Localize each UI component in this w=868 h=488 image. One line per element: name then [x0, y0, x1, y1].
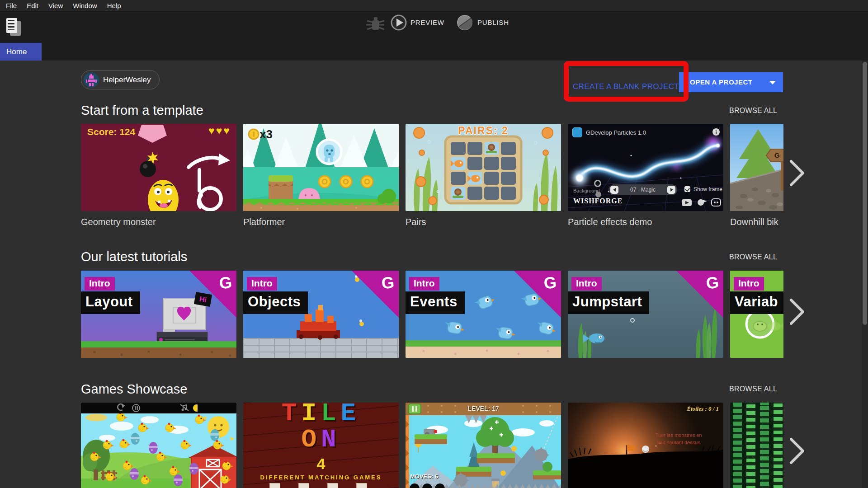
- menu-bar: File Edit View Window Help: [0, 0, 868, 12]
- template-card-platformer[interactable]: x3 Platformer: [243, 124, 399, 229]
- glyph-column: [774, 403, 783, 488]
- tutorial-title: Layout: [81, 291, 140, 314]
- tutorial-card-events[interactable]: G Intro Events: [406, 271, 561, 358]
- intro-badge: Intro: [571, 277, 602, 291]
- night-art: [568, 403, 723, 488]
- hint-line1: Tuer les monstres en: [645, 432, 712, 438]
- tutorial-title: Events: [406, 291, 465, 314]
- info-icon: [712, 128, 720, 136]
- intro-badge: Intro: [734, 277, 764, 291]
- mini-preview-tile: [356, 483, 367, 488]
- card-label: Particle effects demo: [568, 217, 723, 227]
- template-card-downhill[interactable]: G Downhill bik: [730, 124, 783, 229]
- sign-text: G: [774, 151, 780, 159]
- card-label: Pairs: [406, 217, 561, 227]
- card-label: Downhill bik: [730, 217, 783, 227]
- create-blank-project-button[interactable]: CREATE A BLANK PROJECT: [571, 78, 681, 96]
- mini-preview-tile: [269, 483, 280, 488]
- section-title-templates: Start from a template: [81, 103, 203, 118]
- chicken-art: [81, 403, 236, 488]
- downhill-art: [730, 124, 783, 211]
- gdevelop-logo-letter: G: [543, 273, 557, 293]
- avatar: [84, 72, 99, 88]
- hint-line2: leur sautant dessus: [645, 440, 712, 445]
- section-title-tutorials: Our latest tutorials: [81, 249, 187, 264]
- publish-button[interactable]: PUBLISH: [477, 19, 509, 26]
- menu-view[interactable]: View: [43, 0, 68, 12]
- moves-text: MOVES: 6: [410, 473, 438, 480]
- debug-bug-icon[interactable]: [364, 15, 384, 33]
- preview-play-icon[interactable]: [390, 14, 408, 32]
- carousel-next-showcase[interactable]: [787, 436, 807, 465]
- tile-title-word2: ON: [243, 425, 399, 454]
- tutorial-title: Variab: [730, 291, 783, 314]
- menu-file[interactable]: File: [1, 0, 22, 12]
- games-subtitle: DIFFERENT MATCHING GAMES: [243, 474, 399, 481]
- glyph-column: [760, 403, 769, 488]
- browse-all-templates[interactable]: BROWSE ALL: [729, 107, 788, 115]
- scrollbar-thumb[interactable]: [863, 62, 867, 325]
- showcase-card-tileon[interactable]: TILE ON 4 DIFFERENT MATCHING GAMES: [243, 403, 399, 488]
- showcase-card-chickens[interactable]: Score: 26050 x 23: [81, 403, 236, 488]
- preset-selector: 07 - Magic: [609, 184, 677, 195]
- open-project-button[interactable]: OPEN A PROJECT: [679, 72, 783, 92]
- tutorial-title: Jumpstart: [568, 291, 649, 314]
- showcase-card-matrix[interactable]: [730, 403, 783, 488]
- intro-badge: Intro: [247, 277, 277, 291]
- browse-all-tutorials[interactable]: BROWSE ALL: [729, 253, 788, 261]
- hearts-icons: ♥♥♥: [208, 125, 231, 137]
- app-header: File Edit View Window Help PREVIEW PUBLI…: [0, 0, 868, 61]
- browse-all-showcase[interactable]: BROWSE ALL: [729, 385, 788, 393]
- user-profile-chip[interactable]: HelperWesley: [81, 70, 160, 89]
- mini-preview-tile: [327, 483, 338, 488]
- carousel-next-tutorials[interactable]: [787, 297, 807, 326]
- checkbox-icon: [684, 186, 690, 192]
- preset-name: 07 - Magic: [620, 187, 665, 193]
- level-text: LEVEL: 17: [406, 405, 561, 412]
- showcase-card-night[interactable]: Étoiles : 0 / 1 Tuer les monstres en leu…: [568, 403, 723, 488]
- radio-ring-icon: [594, 180, 601, 187]
- templates-carousel: Score: 124 ♥♥♥ Geometry monster: [81, 124, 783, 229]
- tutorial-card-variables[interactable]: +1 G Intro Variab: [730, 271, 783, 358]
- carousel-next-templates[interactable]: [787, 159, 807, 188]
- preview-button[interactable]: PREVIEW: [410, 19, 444, 26]
- tutorials-carousel: Hi G Intro Layout: [81, 271, 783, 358]
- tab-home[interactable]: Home: [0, 43, 42, 61]
- menu-window[interactable]: Window: [68, 0, 102, 12]
- chevron-down-icon[interactable]: [769, 81, 776, 84]
- topbar-icons: [116, 404, 198, 413]
- stars-counter-text: Étoiles : 0 / 1: [687, 405, 719, 413]
- template-card-geometry-monster[interactable]: Score: 124 ♥♥♥ Geometry monster: [81, 124, 236, 229]
- card-label: Geometry monster: [81, 217, 236, 227]
- coin-icon: [248, 128, 259, 140]
- publish-icon[interactable]: [456, 14, 474, 32]
- card-label: Platformer: [243, 217, 399, 227]
- doc-front-sheet: [6, 18, 17, 33]
- coin-count-text: x3: [259, 127, 273, 141]
- glyph-column: [746, 403, 755, 488]
- tutorial-card-layout[interactable]: Hi G Intro Layout: [81, 271, 236, 358]
- score-text: Score: 124: [87, 127, 135, 137]
- gdevelop-logo-letter: G: [705, 273, 720, 293]
- gdevelop-logo-letter: G: [381, 273, 395, 293]
- gdevelop-logo-icon: [572, 127, 582, 137]
- social-icons: [682, 197, 722, 208]
- showcase-carousel: Score: 26050 x 23 TILE ON 4 DIFF: [81, 403, 783, 488]
- prev-arrow-icon: [610, 186, 618, 194]
- gdevelop-logo-letter: G: [218, 273, 233, 293]
- tutorial-title: Objects: [243, 291, 308, 314]
- showcase-card-level17[interactable]: LEVEL: 17 MOVES: 6: [406, 403, 561, 488]
- username: HelperWesley: [103, 75, 151, 84]
- template-card-pairs[interactable]: PAIRS: 2 Pairs: [406, 124, 561, 229]
- intro-badge: Intro: [85, 277, 115, 291]
- tutorial-card-jumpstart[interactable]: G Intro Jumpstart: [568, 271, 723, 358]
- menu-help[interactable]: Help: [102, 0, 126, 12]
- next-arrow-icon: [667, 186, 675, 194]
- tutorial-card-objects[interactable]: G Intro Objects: [243, 271, 399, 358]
- template-card-particles[interactable]: GDevelop Particles 1.0 Background 07 - M…: [568, 124, 723, 229]
- menu-edit[interactable]: Edit: [22, 0, 43, 12]
- games-count: 4: [243, 455, 399, 473]
- intro-badge: Intro: [409, 277, 439, 291]
- project-manager-icon[interactable]: [5, 17, 23, 38]
- wishforge-logo: WISHFORGE: [573, 197, 623, 205]
